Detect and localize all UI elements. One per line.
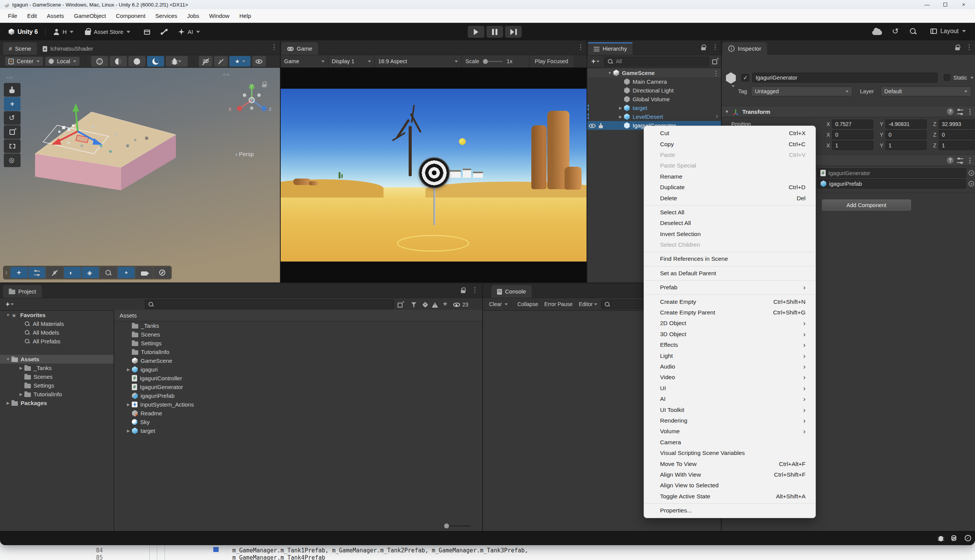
play-button[interactable] <box>468 26 484 38</box>
preset-icon[interactable] <box>957 110 963 114</box>
editor-dropdown-caret[interactable] <box>594 303 597 305</box>
clear-button[interactable]: Clear <box>485 301 505 307</box>
tab-inspector[interactable]: Inspector <box>723 42 767 55</box>
scale-slider[interactable] <box>483 61 503 62</box>
static-checkbox[interactable] <box>944 74 950 81</box>
create-asset-button[interactable]: + <box>4 299 15 310</box>
menu-help[interactable]: Help <box>235 11 255 20</box>
draw-mode-selected-button[interactable] <box>147 56 164 67</box>
menu-item-duplicate[interactable]: DuplicateCtrl+D <box>644 182 815 193</box>
hierarchy-item-directional-light[interactable]: Directional Light <box>587 86 721 95</box>
save-search-icon[interactable] <box>442 301 449 307</box>
menu-item-create-empty-parent[interactable]: Create Empty ParentCtrl+Shift+G <box>644 307 815 318</box>
tab-project[interactable]: Project <box>3 285 42 298</box>
grid-toggle-button[interactable]: # <box>46 267 63 278</box>
visibility-eye-icon[interactable] <box>589 124 596 128</box>
transform-position-y-field[interactable]: -4.90831 <box>885 120 927 129</box>
hierarchy-item-global-volume[interactable]: Global Volume <box>587 95 721 103</box>
icon-dropdown-caret[interactable] <box>731 85 735 87</box>
expander-icon[interactable]: ▶ <box>617 106 624 110</box>
transform-position-x-field[interactable]: 0.7527 <box>832 120 873 129</box>
transform-scale-y-field[interactable]: 1 <box>885 141 927 150</box>
tab-game[interactable]: Game <box>281 42 318 55</box>
help-icon[interactable] <box>947 157 954 164</box>
menu-item-align-with-view[interactable]: Align With ViewCtrl+Shift+F <box>644 469 815 480</box>
menu-item-prefab[interactable]: Prefab› <box>644 282 815 293</box>
history-icon[interactable] <box>892 27 900 35</box>
menu-services[interactable]: Services <box>151 11 182 20</box>
menu-gameobject[interactable]: GameObject <box>70 11 110 20</box>
error-pause-button[interactable]: Error Pause <box>541 301 576 307</box>
projection-label[interactable]: ‹ Persp <box>235 151 254 157</box>
item-menu-icon[interactable] <box>713 70 718 77</box>
menu-item-camera[interactable]: Camera <box>644 437 815 448</box>
preset-icon[interactable] <box>957 158 963 163</box>
scale-tool-button[interactable] <box>4 125 20 139</box>
cloud-icon[interactable] <box>872 30 882 35</box>
menu-item-cut[interactable]: CutCtrl+X <box>644 128 815 138</box>
menu-item-copy[interactable]: CopyCtrl+C <box>644 138 815 149</box>
object-picker-icon[interactable] <box>968 170 974 176</box>
search-icon[interactable] <box>910 28 917 35</box>
gizmo-y-label[interactable]: y <box>250 82 253 88</box>
tool-orientation-dropdown[interactable]: Local <box>45 56 80 66</box>
pickability-hand-icon[interactable] <box>598 123 604 128</box>
play-focused-button[interactable]: Play Focused <box>529 55 574 67</box>
menu-assets[interactable]: Assets <box>43 11 68 20</box>
panel-menu-icon[interactable] <box>966 44 971 51</box>
panel-menu-icon[interactable] <box>712 44 717 51</box>
menu-edit[interactable]: Edit <box>23 11 41 20</box>
tab-scene[interactable]: Scene <box>3 42 37 55</box>
tab-ichimatsushader[interactable]: IchimatsuShader <box>37 42 99 55</box>
menu-item-audio[interactable]: Audio› <box>644 361 815 372</box>
transform-position-z-field[interactable]: 32.9993 <box>939 120 975 129</box>
asset-store-button[interactable]: Asset Store <box>81 27 134 37</box>
package-manager-button[interactable] <box>140 27 154 37</box>
menu-item-rename[interactable]: Rename <box>644 171 815 182</box>
expander-icon[interactable]: ▼ <box>5 313 12 317</box>
asset-tutorialinfo[interactable]: TutorialInfo <box>114 348 482 356</box>
scene-visibility-button[interactable] <box>252 56 266 67</box>
search-by-label-icon[interactable] <box>422 302 429 308</box>
hierarchy-item-main-camera[interactable]: Main Camera <box>587 77 721 86</box>
tab-console[interactable]: Console <box>491 285 532 298</box>
menu-file[interactable]: File <box>4 11 21 20</box>
collapse-button[interactable]: Collapse <box>514 301 541 307</box>
asset-tanks[interactable]: _Tanks <box>114 321 482 330</box>
lock-icon[interactable] <box>955 45 960 50</box>
close-button[interactable]: × <box>956 2 971 8</box>
component-menu-icon[interactable] <box>967 108 972 115</box>
move-overlay-button[interactable]: + <box>10 267 27 278</box>
menu-item-rendering[interactable]: Rendering› <box>644 415 815 426</box>
tool-pivot-dropdown[interactable]: Center <box>5 56 43 66</box>
pause-button[interactable] <box>486 26 503 38</box>
lock-icon[interactable] <box>701 45 706 50</box>
tag-dropdown[interactable]: Untagged <box>751 87 852 96</box>
project-tree-favorites[interactable]: ▼Favorites <box>0 311 114 319</box>
component-menu-icon[interactable] <box>967 157 972 164</box>
menu-item-ui[interactable]: UI› <box>644 383 815 393</box>
transform-rotation-y-field[interactable]: 0 <box>885 130 927 139</box>
menu-item-2d-object[interactable]: 2D Object› <box>644 318 815 328</box>
panel-menu-icon[interactable] <box>271 44 276 51</box>
game-display-mode-dropdown[interactable]: Game <box>281 55 328 67</box>
open-search-window-icon[interactable] <box>712 59 717 64</box>
clear-dropdown-caret[interactable] <box>505 303 508 305</box>
toggle-audio-button[interactable] <box>214 56 228 67</box>
asset-target[interactable]: ▶target <box>114 427 482 435</box>
move-tool-button[interactable]: + <box>4 97 20 111</box>
project-tree-all-models[interactable]: All Models <box>0 328 114 337</box>
create-button[interactable]: + <box>589 56 601 67</box>
menu-item-properties[interactable]: Properties... <box>644 505 815 516</box>
draw-mode-shaded-wire-button[interactable] <box>110 56 127 67</box>
foldout-icon[interactable]: ▼ <box>725 109 729 114</box>
menu-item-create-empty[interactable]: Create EmptyCtrl+Shift+N <box>644 296 815 307</box>
menu-window[interactable]: Window <box>205 11 234 20</box>
debugger-detached-icon[interactable] <box>939 536 943 541</box>
camera-overlay-button[interactable] <box>135 267 153 278</box>
ai-button[interactable]: AI <box>174 27 204 37</box>
expander-icon[interactable]: ▼ <box>5 357 12 361</box>
asset-inputsystem-actions[interactable]: ▶InputSystem_Actions <box>114 400 482 409</box>
scale-slider-knob[interactable] <box>483 59 488 64</box>
asset-igaguri[interactable]: ▶igaguri <box>114 365 482 374</box>
